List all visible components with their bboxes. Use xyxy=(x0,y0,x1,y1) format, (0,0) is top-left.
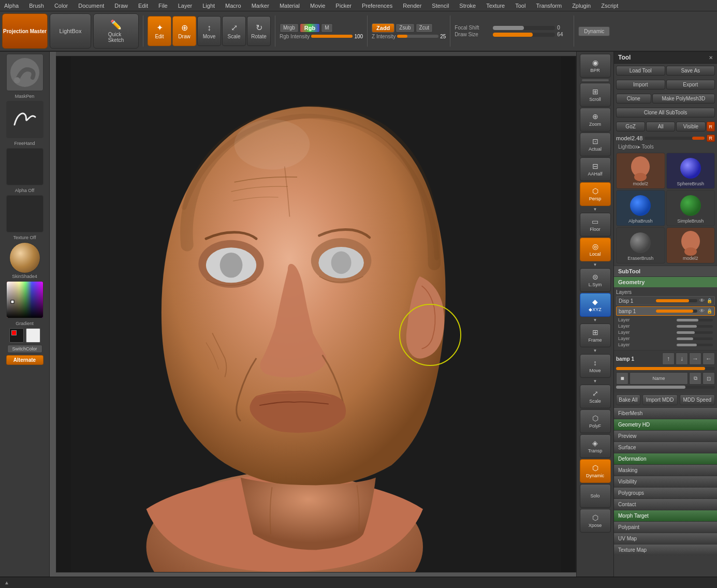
z-intensity-slider[interactable] xyxy=(397,35,438,38)
mini-layer-5[interactable]: Layer xyxy=(616,342,715,348)
mini-layer-3-slider[interactable] xyxy=(677,331,713,334)
background-color[interactable] xyxy=(26,328,40,343)
bamp-secondary-slider[interactable] xyxy=(616,386,715,389)
focal-shift-slider[interactable] xyxy=(493,26,555,30)
bamp-copy-button[interactable]: ⧉ xyxy=(689,372,701,385)
polypaint-section[interactable]: Polypaint xyxy=(614,521,717,533)
tool-thumb-simple[interactable]: SimpleBrush xyxy=(666,190,715,226)
bamp-down-button[interactable]: ↓ xyxy=(676,352,688,365)
bamp-square-button[interactable]: ■ xyxy=(616,372,628,385)
tool-thumb-eraser[interactable]: EraserBrush xyxy=(616,227,665,263)
canvas-background[interactable] xyxy=(56,56,576,572)
bamp-up-button[interactable]: ↑ xyxy=(662,352,675,365)
lsym-button[interactable]: ⊜ L.Sym xyxy=(580,268,611,292)
menu-zplugin[interactable]: Zplugin xyxy=(570,2,593,10)
tool-panel-close[interactable]: ✕ xyxy=(709,55,713,61)
geometry-header[interactable]: Geometry xyxy=(614,276,717,287)
rt-scale-button[interactable]: ⤢ Scale xyxy=(580,385,611,408)
menu-document[interactable]: Document xyxy=(76,2,106,10)
tool-thumb-alpha[interactable]: AlphaBrush xyxy=(616,190,665,226)
menu-movie[interactable]: Movie xyxy=(308,2,327,10)
menu-preferences[interactable]: Preferences xyxy=(360,2,394,10)
dynamic-button[interactable]: Dynamic xyxy=(578,26,610,36)
bamp-right-button[interactable]: → xyxy=(689,352,701,365)
persp-button[interactable]: ⬡ Persp xyxy=(580,182,611,206)
brush-preview[interactable] xyxy=(6,54,43,91)
tool-thumb-model2-b[interactable]: model2 xyxy=(666,227,715,263)
geometry-hd-section[interactable]: Geometry HD xyxy=(614,419,717,430)
load-tool-button[interactable]: Load Tool xyxy=(616,66,665,76)
scale-button[interactable]: ⤢ Scale xyxy=(222,16,246,46)
canvas-scroll-bar[interactable] xyxy=(56,52,576,56)
canvas-area[interactable] xyxy=(50,52,576,577)
rgb-intensity-slider[interactable] xyxy=(311,35,353,38)
menu-marker[interactable]: Marker xyxy=(250,2,271,10)
bamp-paste-button[interactable]: ⊡ xyxy=(703,372,715,385)
tool-thumb-sphere[interactable]: SphereBrush xyxy=(666,153,715,189)
menu-zscript[interactable]: Zscript xyxy=(599,2,620,10)
mdd-speed-button[interactable]: MDD Speed xyxy=(680,394,715,405)
layer-disp1[interactable]: Disp 1 👁 🔒 xyxy=(616,296,715,305)
mrgb-toggle[interactable]: Mrgb xyxy=(280,23,299,33)
bamp-main-slider[interactable] xyxy=(616,367,715,370)
texture-map-section[interactable]: Texture Map xyxy=(614,544,717,555)
r-button[interactable]: R xyxy=(707,122,715,131)
edit-button[interactable]: ✦ Edit xyxy=(148,16,171,46)
actual-button[interactable]: ⊡ Actual xyxy=(580,133,611,156)
scroll-button[interactable]: ⊞ Scroll xyxy=(580,83,611,107)
save-as-button[interactable]: Save As xyxy=(666,66,715,76)
texture-preview[interactable] xyxy=(6,195,43,232)
quick-sketch-button[interactable]: ✏️ Quick Sketch xyxy=(93,13,139,49)
local-button[interactable]: ◎ Local xyxy=(580,238,611,261)
menu-transform[interactable]: Transform xyxy=(534,2,564,10)
rgb-toggle[interactable]: Rgb xyxy=(300,23,320,33)
mini-layer-5-slider[interactable] xyxy=(677,344,713,346)
mini-layer-4-slider[interactable] xyxy=(677,337,713,340)
mini-layer-2[interactable]: Layer xyxy=(616,323,715,329)
dynamic-mode-button[interactable]: ⬡ Dynamic xyxy=(580,459,611,483)
goz-button[interactable]: GoZ xyxy=(616,122,645,131)
mini-layer-2-slider[interactable] xyxy=(677,325,713,328)
layer-bamp1-lock[interactable]: 🔒 xyxy=(707,308,712,314)
alternate-button[interactable]: Alternate xyxy=(6,355,43,365)
color-picker[interactable] xyxy=(6,281,43,318)
transp-button[interactable]: ◈ Transp xyxy=(580,434,611,458)
projection-master-button[interactable]: Projection Master xyxy=(2,13,48,49)
zadd-toggle[interactable]: Zadd xyxy=(372,23,394,33)
menu-alpha[interactable]: Alpha xyxy=(2,2,21,10)
subtool-header[interactable]: SubTool xyxy=(614,266,717,276)
mini-layer-1-slider[interactable] xyxy=(677,319,713,321)
menu-tool[interactable]: Tool xyxy=(513,2,528,10)
switch-color-button[interactable]: SwitchColor xyxy=(7,345,42,353)
all-button[interactable]: All xyxy=(646,122,675,131)
r-button-2[interactable]: R xyxy=(707,135,715,142)
floor-button[interactable]: ▭ Floor xyxy=(580,213,611,237)
bpr-button[interactable]: ◉ BPR xyxy=(580,54,611,78)
frame-button[interactable]: ⊞ Frame xyxy=(580,324,611,347)
aahalf-button[interactable]: ⊟ AAHalf xyxy=(580,157,611,181)
solo-button[interactable]: Solo xyxy=(580,484,611,508)
menu-draw[interactable]: Draw xyxy=(112,2,130,10)
visibility-section[interactable]: Visibility xyxy=(614,476,717,487)
rt-move-button[interactable]: ↕ Move xyxy=(580,354,611,378)
polygroups-section[interactable]: Polygroups xyxy=(614,487,717,498)
alpha-preview[interactable] xyxy=(6,148,43,185)
menu-macro[interactable]: Macro xyxy=(223,2,243,10)
layer-bamp1[interactable]: bamp 1 👁 🔒 xyxy=(616,306,715,316)
layer-disp1-eye[interactable]: 👁 xyxy=(699,298,706,304)
import-mdd-button[interactable]: Import MDD xyxy=(642,394,678,405)
bake-all-button[interactable]: Bake All xyxy=(616,394,640,405)
deformation-section[interactable]: Deformation xyxy=(614,453,717,464)
material-preview[interactable] xyxy=(9,242,40,273)
menu-color[interactable]: Color xyxy=(52,2,70,10)
bamp-name-button[interactable]: Name xyxy=(630,372,688,385)
preview-section[interactable]: Preview xyxy=(614,430,717,442)
rotate-button[interactable]: ↻ Rotate xyxy=(247,16,271,46)
zcut-toggle[interactable]: Zcut xyxy=(416,23,433,33)
menu-brush[interactable]: Brush xyxy=(27,2,46,10)
mini-layer-1[interactable]: Layer xyxy=(616,317,715,323)
make-polymesh-button[interactable]: Make PolyMesh3D xyxy=(652,94,715,104)
draw-button[interactable]: ⊕ Draw xyxy=(172,16,196,46)
morph-target-section[interactable]: Morph Target xyxy=(614,510,717,521)
export-button[interactable]: Export xyxy=(666,80,715,90)
